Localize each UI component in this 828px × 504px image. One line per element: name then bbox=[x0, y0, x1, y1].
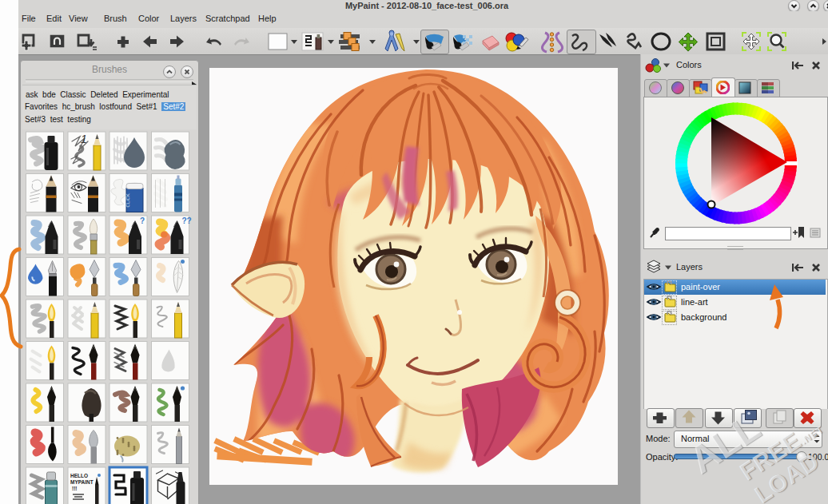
svg-text:CLiCK: CLiCK bbox=[125, 193, 130, 207]
svg-text:HELLO: HELLO bbox=[70, 473, 88, 478]
svg-text:1: 1 bbox=[81, 133, 87, 145]
svg-text:!!!: !!! bbox=[72, 486, 78, 491]
svg-text:MYPAINT: MYPAINT bbox=[70, 479, 94, 485]
svg-text:??: ?? bbox=[182, 216, 192, 225]
svg-text:?: ? bbox=[140, 216, 145, 225]
